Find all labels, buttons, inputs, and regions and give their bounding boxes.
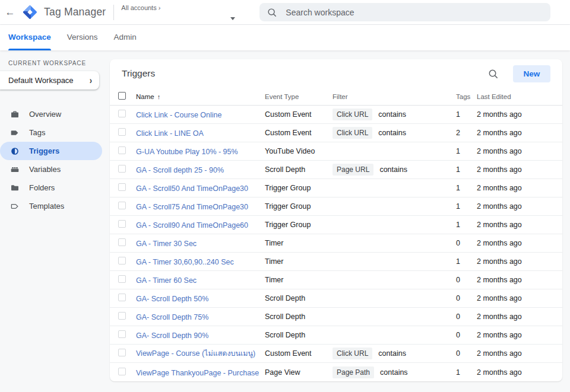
- trigger-name-link[interactable]: Click Link - Course Online: [136, 111, 222, 119]
- sidebar-item-overview[interactable]: Overview: [0, 105, 110, 123]
- filter-operator: contains: [378, 129, 406, 137]
- trigger-name-link[interactable]: GA- Scroll Depth 90%: [136, 332, 208, 340]
- column-header-name[interactable]: Name↑: [136, 93, 265, 100]
- event-type: Custom Event: [265, 129, 332, 137]
- last-edited: 2 months ago: [477, 276, 562, 284]
- select-all-checkbox[interactable]: [118, 92, 126, 100]
- table-row: GA - Scroll75 And TimeOnPage30 Trigger G…: [110, 197, 562, 216]
- table-body: Click Link - Course Online Custom Event …: [110, 106, 562, 381]
- sidebar-item-templates[interactable]: Templates: [0, 197, 110, 215]
- column-header-filter: Filter: [332, 93, 456, 100]
- sidebar-item-triggers[interactable]: Triggers: [0, 142, 102, 160]
- event-type: Trigger Group: [265, 202, 332, 211]
- row-checkbox[interactable]: [118, 312, 126, 320]
- card-actions: New: [487, 65, 550, 82]
- sidebar-item-label: Folders: [29, 183, 55, 192]
- account-breadcrumb-area: All accounts ›: [114, 0, 240, 25]
- tags-count: 0: [456, 331, 477, 339]
- table-row: GA - Timer 30,60,90..240 Sec Timer 1 2 m…: [110, 253, 562, 271]
- row-checkbox[interactable]: [118, 183, 126, 191]
- templates-icon: [10, 202, 20, 211]
- list-search-icon[interactable]: [487, 68, 499, 79]
- tab-workspace[interactable]: Workspace: [8, 25, 51, 50]
- overview-icon: [10, 110, 20, 119]
- table-row: G-UA Youtube Play 10% - 95% YouTube Vide…: [110, 142, 562, 161]
- row-checkbox[interactable]: [118, 165, 126, 173]
- tags-count: 1: [456, 368, 477, 377]
- trigger-name-link[interactable]: GA- Scroll Depth 50%: [136, 295, 208, 303]
- last-edited: 2 months ago: [477, 110, 562, 119]
- trigger-name-link[interactable]: G-UA Youtube Play 10% - 95%: [136, 148, 238, 156]
- trigger-name-link[interactable]: GA- Scroll Depth 75%: [136, 313, 208, 321]
- sidebar-item-label: Overview: [29, 110, 61, 119]
- filter-variable-chip: Click URL: [332, 348, 372, 359]
- trigger-name-link[interactable]: GA - Timer 60 Sec: [136, 276, 197, 285]
- filter-operator: contains: [378, 110, 406, 119]
- table-row: GA - Timer 60 Sec Timer 0 2 months ago: [110, 271, 562, 289]
- trigger-name-link[interactable]: GA - Scroll90 And TimeOnPage60: [136, 221, 248, 230]
- sidebar-item-folders[interactable]: Folders: [0, 179, 110, 197]
- main-content: Triggers New Name↑ Event Type Filter Tag…: [110, 50, 570, 392]
- tab-versions[interactable]: Versions: [67, 25, 98, 50]
- row-checkbox[interactable]: [118, 294, 126, 301]
- back-arrow-icon[interactable]: ←: [0, 7, 20, 18]
- row-checkbox[interactable]: [118, 238, 126, 246]
- breadcrumb[interactable]: All accounts ›: [121, 4, 160, 11]
- triggers-icon: [10, 146, 20, 156]
- trigger-name-link[interactable]: Click Link - LINE OA: [136, 129, 204, 138]
- filter-operator: contains: [380, 368, 408, 377]
- page-body: CURRENT WORKSPACE Default Workspace › Ov…: [0, 50, 570, 392]
- tab-admin[interactable]: Admin: [114, 25, 137, 50]
- tags-count: 1: [456, 202, 477, 211]
- last-edited: 2 months ago: [477, 184, 562, 192]
- event-type: Timer: [265, 257, 332, 266]
- tags-count: 2: [456, 129, 477, 137]
- trigger-name-link[interactable]: ViewPage - Course (ไม่แสดงบนเมนู): [136, 349, 255, 358]
- tags-count: 1: [456, 165, 477, 174]
- workspace-search-bar[interactable]: [259, 3, 550, 21]
- column-header-event-type: Event Type: [265, 93, 332, 100]
- trigger-name-link[interactable]: GA - Scroll depth 25 - 90%: [136, 166, 224, 174]
- row-checkbox[interactable]: [118, 330, 126, 338]
- row-checkbox[interactable]: [118, 275, 126, 283]
- last-edited: 2 months ago: [477, 257, 562, 266]
- trigger-name-link[interactable]: GA - Timer 30 Sec: [136, 240, 197, 248]
- trigger-name-link[interactable]: GA - Timer 30,60,90..240 Sec: [136, 258, 234, 266]
- new-trigger-button[interactable]: New: [513, 65, 550, 82]
- trigger-name-link[interactable]: GA - Scroll75 And TimeOnPage30: [136, 203, 248, 211]
- row-checkbox[interactable]: [118, 220, 126, 228]
- row-checkbox[interactable]: [118, 110, 126, 117]
- sidebar-item-tags[interactable]: Tags: [0, 123, 110, 142]
- row-checkbox[interactable]: [118, 349, 126, 356]
- event-type: Custom Event: [265, 110, 332, 119]
- workspace-selector-card[interactable]: Default Workspace ›: [0, 71, 99, 90]
- event-type: Trigger Group: [265, 184, 332, 192]
- event-type: Trigger Group: [265, 221, 332, 229]
- last-edited: 2 months ago: [477, 331, 562, 339]
- last-edited: 2 months ago: [477, 349, 562, 358]
- row-checkbox[interactable]: [118, 128, 126, 136]
- sidebar-item-variables[interactable]: Variables: [0, 160, 110, 179]
- event-type: Custom Event: [265, 349, 332, 358]
- home-link[interactable]: Tag Manager: [20, 4, 106, 20]
- table-row: ViewPage ThankyouPage - Purchase Page Vi…: [110, 363, 562, 381]
- tags-count: 0: [456, 313, 477, 321]
- table-row: GA - Scroll50 And TimeOnPage30 Trigger G…: [110, 179, 562, 197]
- last-edited: 2 months ago: [477, 202, 562, 211]
- filter-variable-chip: Click URL: [332, 109, 372, 120]
- account-dropdown-caret-icon[interactable]: [230, 17, 235, 20]
- table-row: GA- Scroll Depth 50% Scroll Depth 0 2 mo…: [110, 289, 562, 308]
- column-header-tags: Tags: [456, 93, 477, 100]
- app-title: Tag Manager: [44, 6, 106, 18]
- filter-operator: contains: [378, 349, 406, 358]
- column-header-last-edited: Last Edited: [477, 93, 562, 100]
- trigger-name-link[interactable]: GA - Scroll50 And TimeOnPage30: [136, 184, 248, 193]
- tags-count: 1: [456, 184, 477, 192]
- row-checkbox[interactable]: [118, 257, 126, 264]
- row-checkbox[interactable]: [118, 146, 126, 154]
- last-edited: 2 months ago: [477, 221, 562, 229]
- row-checkbox[interactable]: [118, 368, 126, 375]
- search-input[interactable]: [284, 7, 543, 18]
- row-checkbox[interactable]: [118, 202, 126, 209]
- trigger-name-link[interactable]: ViewPage ThankyouPage - Purchase: [136, 369, 259, 377]
